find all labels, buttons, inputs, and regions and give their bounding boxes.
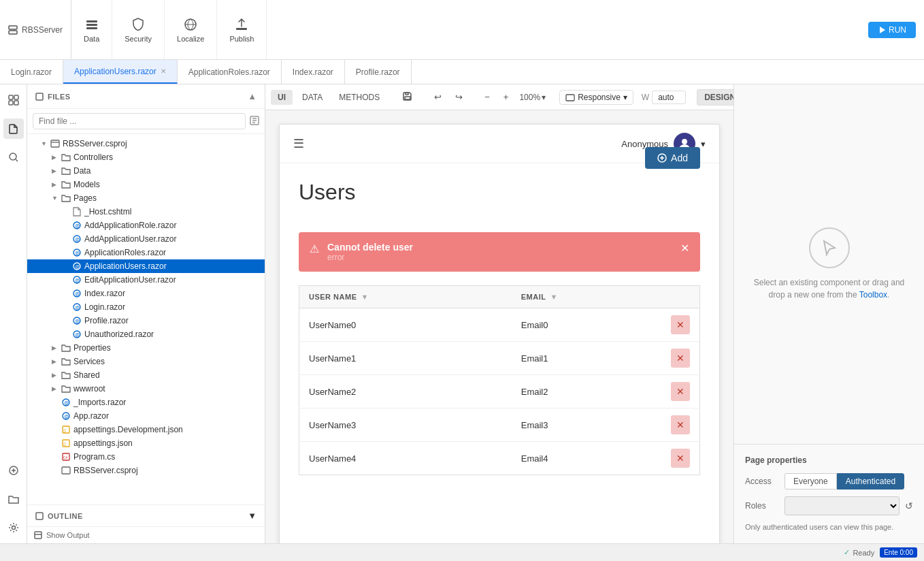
files-collapse-btn[interactable]: ▲ bbox=[248, 91, 257, 101]
tree-item-appsettingsdev[interactable]: ▶ {} appsettings.Development.json bbox=[27, 423, 265, 436]
tree-item-program[interactable]: ▶ C# Program.cs bbox=[27, 450, 265, 464]
roles-select[interactable] bbox=[785, 496, 900, 515]
svg-rect-48 bbox=[35, 532, 42, 539]
roles-refresh-btn[interactable]: ↺ bbox=[905, 500, 913, 511]
tree-item-rbsservercsproj[interactable]: ▶ RBSServer.csproj bbox=[27, 464, 265, 477]
json-icon: {} bbox=[61, 425, 71, 434]
tab-appusers-close[interactable]: ✕ bbox=[161, 67, 166, 75]
tab-index[interactable]: Index.razor bbox=[282, 60, 345, 84]
et-save-btn[interactable] bbox=[397, 89, 418, 106]
table-row: UserName3 Email3 ✕ bbox=[299, 408, 700, 442]
play-icon bbox=[878, 26, 886, 34]
tree-item-imports[interactable]: ▶ @ _Imports.razor bbox=[27, 396, 265, 409]
toolbar-localize[interactable]: Localize bbox=[165, 0, 217, 59]
left-icon-folder[interactable] bbox=[3, 489, 24, 509]
editor-area: UI DATA METHODS ↩ ↪ − + 100% ▾ Responsiv… bbox=[265, 84, 733, 543]
tree-label-rbsserver: RBSServer.csproj bbox=[63, 139, 259, 148]
authenticated-btn[interactable]: Authenticated bbox=[837, 473, 904, 490]
hamburger-menu[interactable]: ☰ bbox=[293, 136, 304, 151]
left-icon-settings[interactable] bbox=[3, 517, 24, 538]
tab-profile[interactable]: Profile.razor bbox=[345, 60, 412, 84]
svg-point-14 bbox=[12, 526, 15, 530]
right-panel: Select an existing component or drag and… bbox=[733, 84, 924, 543]
toolbar-security[interactable]: Security bbox=[112, 0, 165, 59]
razor-icon: @ bbox=[72, 330, 82, 339]
email-filter-icon[interactable]: ▼ bbox=[550, 293, 557, 301]
run-label: RUN bbox=[889, 25, 906, 35]
tab-approles[interactable]: ApplicationRoles.razor bbox=[178, 60, 282, 84]
project-icon bbox=[50, 139, 60, 148]
et-responsive-select[interactable]: Responsive ▾ bbox=[559, 90, 633, 105]
et-tab-methods[interactable]: METHODS bbox=[332, 90, 386, 105]
delete-btn-1[interactable]: ✕ bbox=[671, 349, 690, 368]
tree-item-unauthorized[interactable]: ▶ @ Unauthorized.razor bbox=[27, 327, 265, 341]
delete-btn-0[interactable]: ✕ bbox=[671, 315, 690, 334]
w-value[interactable]: auto bbox=[652, 91, 686, 104]
tree-item-data[interactable]: ▶ Data bbox=[27, 164, 265, 178]
delete-btn-3[interactable]: ✕ bbox=[671, 415, 690, 434]
tree-item-models[interactable]: ▶ Models bbox=[27, 178, 265, 191]
et-tab-data[interactable]: DATA bbox=[295, 90, 329, 105]
folder-icon bbox=[61, 180, 71, 189]
tab-appusers[interactable]: ApplicationUsers.razor ✕ bbox=[63, 60, 178, 84]
tree-item-wwwroot[interactable]: ▶ wwwroot bbox=[27, 382, 265, 396]
table-row: UserName4 Email4 ✕ bbox=[299, 442, 700, 475]
delete-btn-4[interactable]: ✕ bbox=[671, 449, 690, 468]
tree-item-editappuser[interactable]: ▶ @ EditApplicationUser.razor bbox=[27, 273, 265, 287]
svg-rect-6 bbox=[236, 28, 247, 30]
svg-rect-4 bbox=[86, 27, 97, 29]
tree-item-profilerazor[interactable]: ▶ @ Profile.razor bbox=[27, 314, 265, 327]
tree-item-shared[interactable]: ▶ Shared bbox=[27, 368, 265, 382]
et-redo-btn[interactable]: ↪ bbox=[450, 89, 468, 105]
toolbar-data[interactable]: Data bbox=[71, 0, 112, 59]
tree-item-host[interactable]: ▶ _Host.cshtml bbox=[27, 205, 265, 219]
tree-item-apprazor[interactable]: ▶ @ App.razor bbox=[27, 409, 265, 423]
tree-item-services[interactable]: ▶ Services bbox=[27, 355, 265, 368]
delete-btn-2[interactable]: ✕ bbox=[671, 382, 690, 401]
ent-label: Ente bbox=[884, 549, 898, 556]
design-btn[interactable]: DESIGN bbox=[697, 89, 733, 106]
tree-item-properties[interactable]: ▶ Properties bbox=[27, 341, 265, 355]
file-search-input[interactable] bbox=[33, 113, 246, 129]
cell-email-1: Email1 bbox=[512, 342, 661, 375]
file-search-btn[interactable] bbox=[250, 116, 259, 127]
tab-login[interactable]: Login.razor bbox=[0, 60, 63, 84]
tree-item-approles[interactable]: ▶ @ ApplicationRoles.razor bbox=[27, 246, 265, 259]
et-zoom-out-btn[interactable]: − bbox=[479, 89, 495, 105]
tree-item-appusers-active[interactable]: ▶ @ ApplicationUsers.razor bbox=[27, 259, 265, 273]
ent-badge: Ente 0:00 bbox=[880, 547, 917, 558]
left-icon-search[interactable] bbox=[3, 147, 24, 167]
left-icon-files[interactable] bbox=[3, 118, 24, 139]
tree-item-controllers[interactable]: ▶ Controllers bbox=[27, 150, 265, 164]
toolbox-link[interactable]: Toolbox bbox=[859, 290, 887, 300]
svg-rect-15 bbox=[36, 93, 43, 100]
error-close-btn[interactable]: ✕ bbox=[680, 242, 689, 255]
add-user-button[interactable]: Add bbox=[645, 147, 700, 169]
run-button[interactable]: RUN bbox=[868, 22, 916, 38]
cell-email-3: Email3 bbox=[512, 408, 661, 442]
tree-item-appsettings[interactable]: ▶ {} appsettings.json bbox=[27, 436, 265, 450]
cell-username-3: UserName3 bbox=[299, 408, 512, 442]
svg-text:@: @ bbox=[75, 237, 80, 242]
tree-item-rbsserver[interactable]: ▼ RBSServer.csproj + bbox=[27, 137, 265, 150]
et-tab-ui[interactable]: UI bbox=[271, 90, 293, 105]
toolbar-icons: Data Security Localize bbox=[71, 0, 267, 59]
tree-item-loginrazor[interactable]: ▶ @ Login.razor bbox=[27, 300, 265, 314]
username-filter-icon[interactable]: ▼ bbox=[361, 293, 369, 301]
show-output-btn[interactable]: Show Output bbox=[34, 531, 90, 539]
outline-collapse-btn[interactable]: ▼ bbox=[248, 511, 257, 521]
tree-item-pages[interactable]: ▼ Pages bbox=[27, 191, 265, 205]
server-label: RBSServer bbox=[0, 0, 71, 59]
et-zoom-in-btn[interactable]: + bbox=[498, 89, 514, 105]
svg-text:@: @ bbox=[75, 278, 80, 283]
cell-delete-0: ✕ bbox=[661, 308, 700, 342]
tree-item-indexrazor[interactable]: ▶ @ Index.razor bbox=[27, 287, 265, 300]
et-undo-btn[interactable]: ↩ bbox=[429, 89, 447, 105]
left-icon-grid[interactable] bbox=[3, 90, 24, 110]
tree-item-addapprole[interactable]: ▶ @ AddApplicationRole.razor bbox=[27, 219, 265, 232]
everyone-btn[interactable]: Everyone bbox=[785, 473, 837, 490]
tree-item-addappuser[interactable]: ▶ @ AddApplicationUser.razor bbox=[27, 232, 265, 246]
svg-text:@: @ bbox=[75, 264, 80, 269]
toolbar-publish[interactable]: Publish bbox=[217, 0, 267, 59]
left-icon-add[interactable] bbox=[3, 460, 24, 481]
